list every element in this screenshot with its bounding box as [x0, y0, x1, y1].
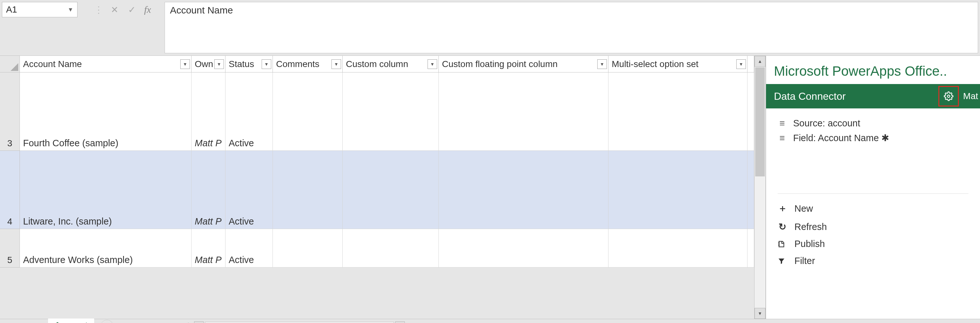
formula-controls: ⋮ ✕ ✓ fx: [92, 2, 155, 17]
panel-title: Microsoft PowerApps Office..: [766, 56, 980, 84]
formula-bar: A1 ▼ ⋮ ✕ ✓ fx Account Name: [0, 0, 980, 56]
publish-action[interactable]: Publish: [778, 235, 969, 253]
separator-icon: ⋮: [184, 321, 193, 323]
cell[interactable]: [748, 72, 754, 151]
powerapps-side-panel: Microsoft PowerApps Office.. Data Connec…: [765, 56, 980, 319]
row-header[interactable]: 4: [0, 151, 20, 229]
cell[interactable]: Matt P: [191, 151, 226, 229]
row-header[interactable]: 3: [0, 72, 20, 151]
svg-point-0: [947, 95, 950, 98]
column-header-custom-float[interactable]: Custom floating point column ▼: [439, 56, 608, 72]
cell[interactable]: [273, 151, 343, 229]
chevron-down-icon[interactable]: ▼: [68, 6, 73, 13]
cell[interactable]: [608, 151, 748, 229]
settings-button-highlighted[interactable]: [939, 86, 959, 107]
scroll-thumb[interactable]: [755, 67, 765, 176]
vertical-scrollbar[interactable]: ▲ ▼: [754, 56, 765, 319]
cell[interactable]: Fourth Coffee (sample): [20, 72, 191, 151]
gear-icon: [944, 91, 953, 101]
cell[interactable]: Adventure Works (sample): [20, 229, 191, 267]
sheet-tabs-bar: Account ⊕ ⋮ ◄ ►: [0, 319, 980, 323]
column-header-own[interactable]: Own ▼: [191, 56, 226, 72]
column-header-status[interactable]: Status ▼: [226, 56, 273, 72]
fx-icon[interactable]: fx: [144, 4, 151, 15]
separator-icon: ⋮: [94, 5, 103, 15]
list-icon: ≡: [778, 118, 787, 129]
scroll-right-button[interactable]: ►: [395, 321, 405, 323]
divider: [778, 193, 969, 194]
refresh-icon: ↻: [778, 221, 787, 232]
scroll-up-button[interactable]: ▲: [754, 56, 765, 67]
column-headers-row: Account Name ▼ Own ▼ Status ▼ Comments ▼…: [0, 56, 754, 72]
filter-dropdown-icon[interactable]: ▼: [736, 59, 746, 69]
cell[interactable]: [343, 72, 439, 151]
panel-header: Data Connector Mat: [766, 84, 980, 109]
filter-dropdown-icon[interactable]: ▼: [331, 59, 341, 69]
new-action[interactable]: ＋ New: [778, 199, 969, 218]
publish-icon: [778, 240, 787, 248]
filter-dropdown-icon[interactable]: ▼: [180, 59, 190, 69]
cell[interactable]: [608, 72, 748, 151]
sheet-tab-account[interactable]: Account: [48, 318, 94, 323]
cell[interactable]: [439, 151, 608, 229]
panel-body: ≡ Source: account ≡ Field: Account Name …: [766, 109, 980, 277]
cell[interactable]: [748, 229, 754, 267]
cell[interactable]: [273, 229, 343, 267]
cell[interactable]: Matt P: [191, 72, 226, 151]
filter-dropdown-icon[interactable]: ▼: [214, 59, 224, 69]
formula-input[interactable]: Account Name: [165, 2, 978, 53]
cell[interactable]: Litware, Inc. (sample): [20, 151, 191, 229]
filter-dropdown-icon[interactable]: ▼: [597, 59, 607, 69]
filter-dropdown-icon[interactable]: ▼: [262, 59, 271, 69]
accept-formula-button[interactable]: ✓: [123, 2, 140, 17]
column-header-custom-column[interactable]: Custom column ▼: [343, 56, 439, 72]
cell-reference: A1: [6, 5, 68, 15]
column-header-extra[interactable]: [748, 56, 754, 72]
spreadsheet-grid: Account Name ▼ Own ▼ Status ▼ Comments ▼…: [0, 56, 754, 319]
cell[interactable]: Active: [226, 72, 273, 151]
cell[interactable]: [273, 72, 343, 151]
cell[interactable]: Active: [226, 229, 273, 267]
cell[interactable]: [439, 229, 608, 267]
horizontal-scrollbar[interactable]: [205, 322, 394, 323]
name-box[interactable]: A1 ▼: [2, 2, 78, 17]
add-sheet-button[interactable]: ⊕: [100, 320, 113, 323]
cell[interactable]: Matt P: [191, 229, 226, 267]
column-header-multi-select[interactable]: Multi-select option set ▼: [608, 56, 748, 72]
cell[interactable]: [608, 229, 748, 267]
table-row[interactable]: 3Fourth Coffee (sample)Matt PActive: [0, 72, 754, 151]
scroll-left-button[interactable]: ◄: [194, 321, 204, 323]
scroll-down-button[interactable]: ▼: [754, 308, 765, 319]
source-info-line: ≡ Source: account: [778, 116, 969, 131]
cell[interactable]: [748, 151, 754, 229]
table-row[interactable]: 5Adventure Works (sample)Matt PActive: [0, 229, 754, 267]
column-header-account-name[interactable]: Account Name ▼: [20, 56, 191, 72]
select-all-corner[interactable]: [0, 56, 20, 72]
cell[interactable]: [439, 72, 608, 151]
list-icon: ≡: [778, 133, 787, 143]
panel-user-label: Mat: [963, 91, 978, 101]
panel-header-label: Data Connector: [774, 90, 845, 102]
cancel-formula-button[interactable]: ✕: [106, 2, 123, 17]
horizontal-scroll-area: ⋮ ◄ ►: [184, 321, 980, 323]
plus-icon: ＋: [778, 202, 787, 215]
filter-icon: [778, 257, 787, 265]
field-info-line: ≡ Field: Account Name ✱: [778, 131, 969, 145]
table-row[interactable]: 4Litware, Inc. (sample)Matt PActive: [0, 151, 754, 229]
cell[interactable]: [343, 151, 439, 229]
cell[interactable]: [343, 229, 439, 267]
cell[interactable]: Active: [226, 151, 273, 229]
column-header-comments[interactable]: Comments ▼: [273, 56, 343, 72]
row-header[interactable]: 5: [0, 229, 20, 267]
filter-dropdown-icon[interactable]: ▼: [428, 59, 437, 69]
refresh-action[interactable]: ↻ Refresh: [778, 218, 969, 235]
filter-action[interactable]: Filter: [778, 253, 969, 269]
